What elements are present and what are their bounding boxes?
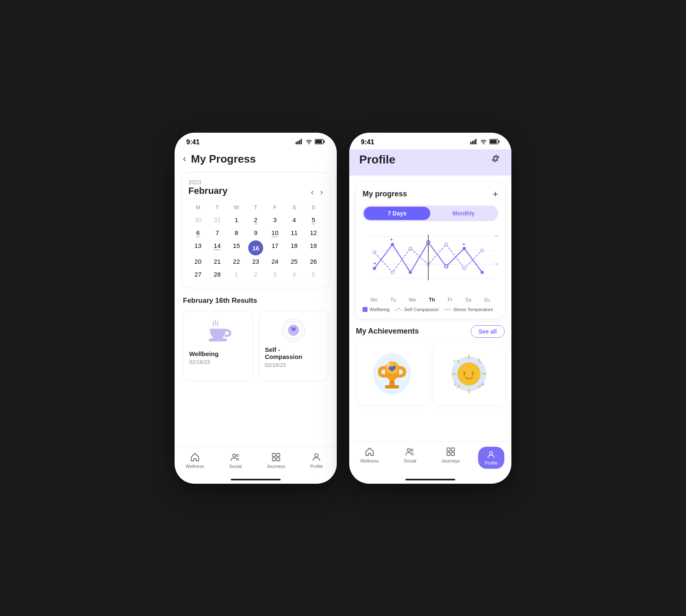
- legend-dot-wellbeing: [363, 307, 368, 312]
- nav-profile-left[interactable]: Profile: [296, 452, 337, 469]
- svg-rect-17: [276, 458, 280, 461]
- svg-point-33: [391, 242, 394, 246]
- table-row: 3: [265, 269, 284, 281]
- svg-point-37: [463, 247, 466, 250]
- svg-point-71: [411, 449, 413, 451]
- svg-rect-2: [299, 140, 300, 144]
- calendar-today[interactable]: 16: [246, 240, 265, 255]
- svg-point-32: [373, 267, 376, 270]
- profile-header-row: Profile: [359, 153, 501, 167]
- toggle-monthly[interactable]: Monthly: [430, 207, 497, 220]
- battery-icon-left: [315, 139, 325, 146]
- self-compassion-card-date: 02/16/23: [265, 362, 286, 368]
- nav-wellness-right[interactable]: Wellness: [349, 447, 390, 469]
- table-row: 20: [188, 256, 207, 268]
- trophy-achievement-card[interactable]: [356, 343, 428, 405]
- svg-rect-8: [209, 340, 227, 341]
- svg-text:M: M: [495, 262, 498, 266]
- right-phone: 9:41 Profile: [349, 133, 511, 484]
- nav-profile-label-left: Profile: [310, 464, 323, 469]
- svg-point-70: [407, 448, 410, 451]
- svg-point-34: [409, 270, 412, 274]
- table-row: 18: [284, 240, 304, 255]
- see-all-button[interactable]: See all: [471, 325, 505, 338]
- chart-day-su: Su: [484, 297, 490, 303]
- wellbeing-icon-wrap: [189, 318, 247, 347]
- time-right: 9:41: [361, 139, 374, 146]
- calendar-nav: 2023 February ‹ ›: [188, 179, 323, 197]
- table-row[interactable]: 6: [188, 228, 207, 240]
- cup-icon: [203, 318, 232, 347]
- table-row: 7: [207, 228, 227, 240]
- wifi-icon-right: [480, 139, 487, 146]
- legend-label-self-compassion: Self Compassion: [404, 307, 439, 312]
- back-button[interactable]: ‹: [183, 153, 186, 164]
- calendar-prev-button[interactable]: ‹: [311, 187, 314, 197]
- achievements-header: My Achievements See all: [356, 325, 505, 338]
- table-row: 17: [265, 240, 284, 255]
- wellbeing-card[interactable]: Wellbeing 02/16/23: [183, 311, 253, 381]
- table-row[interactable]: 14: [207, 240, 227, 255]
- chart-day-we: We: [409, 297, 416, 303]
- wellbeing-card-date: 02/16/23: [189, 359, 210, 365]
- wellbeing-card-name: Wellbeing: [189, 350, 219, 357]
- table-row: 4: [284, 215, 304, 227]
- left-phone: 9:41 ‹ My Progress 2023: [175, 133, 337, 484]
- legend-wellbeing: Wellbeing: [363, 307, 390, 312]
- table-row: 5: [304, 269, 323, 281]
- time-left: 9:41: [186, 139, 200, 146]
- toggle-7days[interactable]: 7 Days: [364, 207, 430, 220]
- table-row: 23: [246, 256, 265, 268]
- calendar-month-year: 2023 February: [188, 179, 227, 197]
- table-row[interactable]: 5: [304, 215, 323, 227]
- calendar-days: 30 31 1 2 3 4 5 6 7 8 9 10: [188, 215, 323, 281]
- svg-point-76: [490, 451, 493, 454]
- svg-rect-6: [324, 141, 325, 143]
- nav-profile-label-right: Profile: [485, 460, 498, 465]
- svg-point-43: [445, 243, 448, 246]
- calendar-year: 2023: [188, 179, 227, 185]
- self-compassion-card[interactable]: Self -Compassion 02/16/23: [259, 311, 328, 381]
- chart-day-th: Th: [429, 297, 435, 303]
- table-row: 2: [246, 269, 265, 281]
- table-row: 9: [246, 228, 265, 240]
- chart-day-labels: Mo Tu We Th Fr Sa Su: [363, 297, 498, 303]
- settings-button[interactable]: [490, 153, 501, 167]
- table-row: 19: [304, 240, 323, 255]
- sun-achievement-card[interactable]: [433, 343, 505, 405]
- svg-point-39: [373, 251, 376, 254]
- bottom-nav-right: Wellness Social Journeys Profile: [349, 441, 511, 477]
- nav-social-left[interactable]: Social: [215, 452, 256, 469]
- svg-point-40: [391, 271, 394, 274]
- social-icon-right: [405, 447, 415, 457]
- table-row: 25: [284, 256, 304, 268]
- weekday-mon: M: [188, 203, 207, 212]
- profile-icon-right: [486, 450, 496, 459]
- achievements-cards: [356, 343, 505, 405]
- bottom-nav-left: Wellness Social Journeys Profile: [175, 447, 337, 477]
- status-bar-right: 9:41: [349, 133, 511, 149]
- journeys-icon-right: [446, 447, 456, 457]
- svg-rect-25: [498, 141, 500, 143]
- nav-social-right[interactable]: Social: [390, 447, 431, 469]
- social-icon-left: [230, 452, 240, 462]
- svg-rect-74: [447, 452, 450, 455]
- nav-journeys-right[interactable]: Journeys: [430, 447, 471, 469]
- table-row[interactable]: 10: [265, 228, 284, 240]
- add-progress-button[interactable]: +: [493, 189, 498, 200]
- nav-profile-right[interactable]: Profile: [471, 447, 512, 469]
- calendar-nav-buttons: ‹ ›: [311, 187, 323, 197]
- svg-point-36: [445, 265, 448, 268]
- table-row[interactable]: 2: [246, 215, 265, 227]
- svg-rect-15: [276, 453, 280, 457]
- wifi-icon-left: [305, 139, 313, 146]
- time-range-toggle: 7 Days Monthly: [363, 205, 498, 221]
- chart-day-sa: Sa: [465, 297, 471, 303]
- chart-legend: Wellbeing Self Compassion Stress Tempera…: [363, 307, 498, 312]
- table-row: 11: [284, 228, 304, 240]
- nav-wellness-label-right: Wellness: [360, 458, 379, 463]
- nav-wellness-left[interactable]: Wellness: [175, 452, 215, 469]
- nav-journeys-left[interactable]: Journeys: [256, 452, 296, 469]
- calendar-next-button[interactable]: ›: [320, 187, 323, 197]
- chart-day-tu: Tu: [390, 297, 396, 303]
